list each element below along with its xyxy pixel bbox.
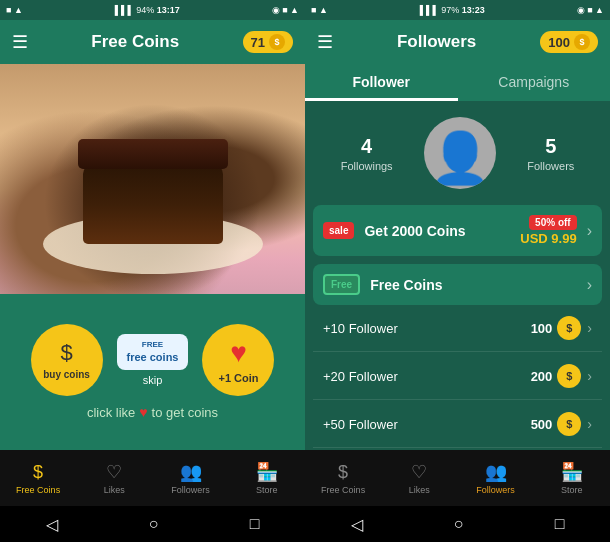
nav-coin-icon-right: $ xyxy=(338,462,348,483)
coin-circle-50: $ xyxy=(557,412,581,436)
offer-discount: 50% off xyxy=(529,215,577,230)
nav-followers-left[interactable]: 👥 Followers xyxy=(153,461,229,495)
nav-coin-icon-left: $ xyxy=(33,462,43,483)
status-right-right: ◉ ■ ▲ xyxy=(577,5,604,15)
pkg-chevron-50: › xyxy=(587,416,592,432)
hint-suffix: to get coins xyxy=(152,405,219,420)
followings-block: 4 Followings xyxy=(341,135,393,172)
buy-coins-label: buy coins xyxy=(43,369,90,380)
nav-store-icon-left: 🏪 xyxy=(256,461,278,483)
avatar: 👤 xyxy=(424,117,496,189)
coin-count-left: 71 xyxy=(251,35,265,50)
cake-top xyxy=(78,139,228,169)
package-50-val: 500 xyxy=(531,417,553,432)
hamburger-menu[interactable]: ☰ xyxy=(12,31,28,53)
pkg-chevron-10: › xyxy=(587,320,592,336)
coin-count-right: 100 xyxy=(548,35,570,50)
coin-circle-20: $ xyxy=(557,364,581,388)
cake-body xyxy=(83,164,223,244)
status-center-right: ▌▌▌ 97% 13:23 xyxy=(420,5,485,15)
home-button-left[interactable]: ○ xyxy=(149,515,159,533)
nav-free-coins-label-left: Free Coins xyxy=(16,485,60,495)
nav-followers-right[interactable]: 👥 Followers xyxy=(458,461,534,495)
skip-box: FREE free coins xyxy=(117,334,189,371)
click-hint: click like ♥ to get coins xyxy=(87,404,218,420)
nav-bar-left: ◁ ○ □ xyxy=(0,506,305,542)
followers-count: 5 xyxy=(545,135,556,158)
coin-badge-left: 71 $ xyxy=(243,31,293,53)
recent-button-right[interactable]: □ xyxy=(555,515,565,533)
offer-chevron-1: › xyxy=(587,222,592,240)
package-50-label: +50 Follower xyxy=(323,417,531,432)
status-icons-right: ■ ▲ xyxy=(311,5,328,15)
food-image-inner xyxy=(0,64,305,294)
follower-packages: +10 Follower 100 $ › +20 Follower 200 $ … xyxy=(305,305,610,450)
free-label: FREE xyxy=(127,340,179,350)
nav-followers-label-right: Followers xyxy=(476,485,515,495)
nav-store-label-left: Store xyxy=(256,485,278,495)
heart-icon: ♥ xyxy=(230,337,247,369)
package-50[interactable]: +50 Follower 500 $ › xyxy=(313,401,602,448)
recent-button-left[interactable]: □ xyxy=(250,515,260,533)
hint-heart-icon: ♥ xyxy=(139,404,147,420)
package-10-label: +10 Follower xyxy=(323,321,531,336)
offer-get-coins[interactable]: sale Get 2000 Coins 50% off USD 9.99 › xyxy=(313,205,602,256)
nav-store-right[interactable]: 🏪 Store xyxy=(534,461,610,495)
status-center-left: ▌▌▌ 94% 13:17 xyxy=(115,5,180,15)
back-button-right[interactable]: ◁ xyxy=(351,515,363,534)
package-20-val: 200 xyxy=(531,369,553,384)
app-title-right: Followers xyxy=(343,32,530,52)
followers-block: 5 Followers xyxy=(527,135,574,172)
buttons-row: $ buy coins FREE free coins skip ♥ +1 Co… xyxy=(31,324,275,396)
profile-section: 4 Followings 👤 5 Followers xyxy=(305,101,610,205)
skip-button[interactable]: FREE free coins skip xyxy=(117,334,189,387)
app-title-left: Free Coins xyxy=(38,32,233,52)
right-panel: ■ ▲ ▌▌▌ 97% 13:23 ◉ ■ ▲ ☰ Followers 100 … xyxy=(305,0,610,542)
buy-coins-button[interactable]: $ buy coins xyxy=(31,324,103,396)
package-10-coins: 100 $ xyxy=(531,316,582,340)
nav-bar-right: ◁ ○ □ xyxy=(305,506,610,542)
hamburger-menu-right[interactable]: ☰ xyxy=(317,31,333,53)
home-button-right[interactable]: ○ xyxy=(454,515,464,533)
status-bar-right: ■ ▲ ▌▌▌ 97% 13:23 ◉ ■ ▲ xyxy=(305,0,610,20)
nav-followers-icon-right: 👥 xyxy=(485,461,507,483)
offer-price-block: 50% off USD 9.99 xyxy=(520,215,576,246)
package-20-label: +20 Follower xyxy=(323,369,531,384)
coin-icon-right: $ xyxy=(574,34,590,50)
nav-free-coins-right[interactable]: $ Free Coins xyxy=(305,462,381,495)
followers-label: Followers xyxy=(527,160,574,172)
left-panel: ■ ▲ ▌▌▌ 94% 13:17 ◉ ■ ▲ ☰ Free Coins 71 … xyxy=(0,0,305,542)
nav-likes-right[interactable]: ♡ Likes xyxy=(381,461,457,495)
nav-likes-label-left: Likes xyxy=(104,485,125,495)
package-20-coins: 200 $ xyxy=(531,364,582,388)
action-row: $ buy coins FREE free coins skip ♥ +1 Co… xyxy=(0,294,305,450)
nav-free-coins-left[interactable]: $ Free Coins xyxy=(0,462,76,495)
nav-heart-icon-left: ♡ xyxy=(106,461,122,483)
free-badge: Free xyxy=(323,274,360,295)
like-button[interactable]: ♥ +1 Coin xyxy=(202,324,274,396)
food-image xyxy=(0,64,305,294)
coin-icon-left: $ xyxy=(269,34,285,50)
nav-likes-left[interactable]: ♡ Likes xyxy=(76,461,152,495)
nav-followers-icon-left: 👥 xyxy=(180,461,202,483)
back-button-left[interactable]: ◁ xyxy=(46,515,58,534)
tab-follower[interactable]: Follower xyxy=(305,64,458,101)
offer-text-coins: Get 2000 Coins xyxy=(364,223,510,239)
offer-free-coins[interactable]: Free Free Coins › xyxy=(313,264,602,305)
package-20[interactable]: +20 Follower 200 $ › xyxy=(313,353,602,400)
coin-badge-right: 100 $ xyxy=(540,31,598,53)
status-bar-left: ■ ▲ ▌▌▌ 94% 13:17 ◉ ■ ▲ xyxy=(0,0,305,20)
status-right-left: ◉ ■ ▲ xyxy=(272,5,299,15)
coin-circle-10: $ xyxy=(557,316,581,340)
followings-count: 4 xyxy=(361,135,372,158)
nav-free-coins-label-right: Free Coins xyxy=(321,485,365,495)
skip-text: skip xyxy=(143,374,163,386)
nav-store-left[interactable]: 🏪 Store xyxy=(229,461,305,495)
offer-price: USD 9.99 xyxy=(520,231,576,246)
free-coins-label: free coins xyxy=(127,350,179,364)
package-50-coins: 500 $ xyxy=(531,412,582,436)
package-10[interactable]: +10 Follower 100 $ › xyxy=(313,305,602,352)
package-10-val: 100 xyxy=(531,321,553,336)
tab-campaigns[interactable]: Campaigns xyxy=(458,64,611,101)
header-left: ☰ Free Coins 71 $ xyxy=(0,20,305,64)
